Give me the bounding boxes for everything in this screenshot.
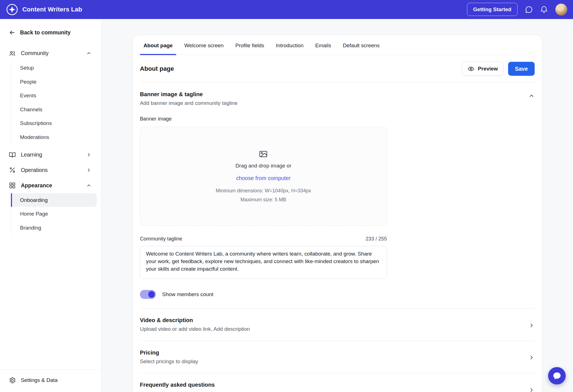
- banner-section-titles: Banner image & tagline Add banner image …: [140, 91, 238, 106]
- chevron-up-icon: [86, 183, 92, 188]
- page-title: About page: [140, 65, 174, 72]
- header-actions: Preview Save: [462, 62, 535, 76]
- learning-book-icon: [9, 151, 16, 159]
- tab-welcome-screen[interactable]: Welcome screen: [181, 42, 227, 55]
- community-icon: [9, 50, 16, 57]
- sidebar-item-settings-data[interactable]: Settings & Data: [0, 372, 101, 388]
- show-members-count-row: Show members count: [140, 290, 535, 299]
- video-description-row[interactable]: Video & description Upload video or add …: [140, 309, 535, 341]
- tab-emails[interactable]: Emails: [312, 42, 335, 55]
- chevron-right-icon: [528, 354, 535, 361]
- gear-icon: [9, 377, 16, 384]
- tagline-field-header: Community tagline 233 / 255: [140, 236, 387, 242]
- sidebar-item-setup[interactable]: Setup: [11, 61, 97, 75]
- section-subtitle: Add FAQs and answers: [140, 391, 215, 392]
- section-title: Frequently asked questions: [140, 382, 215, 388]
- body-row: Back to community Community: [0, 19, 573, 392]
- max-size-text: Maximum size: 5 MB: [241, 197, 286, 203]
- section-title: Video & description: [140, 317, 250, 323]
- community-tagline-input[interactable]: Welcome to Content Writers Lab, a commun…: [140, 246, 387, 279]
- faq-row[interactable]: Frequently asked questions Add FAQs and …: [140, 373, 535, 392]
- sidebar-nav: Community Setup People Events Channels S…: [0, 46, 101, 238]
- banner-tagline-section: Banner image & tagline Add banner image …: [140, 82, 535, 299]
- back-to-community-label: Back to community: [20, 29, 71, 36]
- chat-bubble-icon: [553, 371, 561, 380]
- sidebar-item-subscriptions[interactable]: Subscriptions: [11, 117, 97, 131]
- sidebar-item-home-page[interactable]: Home Page: [11, 207, 97, 221]
- banner-section-header[interactable]: Banner image & tagline Add banner image …: [140, 82, 535, 106]
- admin-sidebar: Back to community Community: [0, 19, 102, 392]
- sidebar-item-people[interactable]: People: [11, 75, 97, 89]
- appearance-subnav: Onboarding Home Page Branding: [11, 193, 97, 235]
- chevron-right-icon: [528, 322, 535, 329]
- toggle-knob: [148, 291, 155, 298]
- top-bar: Content Writers Lab Getting Started: [0, 0, 573, 19]
- tab-introduction[interactable]: Introduction: [272, 42, 307, 55]
- show-members-count-toggle[interactable]: [140, 290, 156, 299]
- tab-about-page[interactable]: About page: [140, 42, 176, 55]
- character-counter: 233 / 255: [366, 236, 387, 242]
- min-dimensions-text: Minimum dimensions: W=1040px, H=334px: [216, 188, 311, 194]
- settings-data-label: Settings & Data: [21, 377, 57, 383]
- sidebar-item-branding[interactable]: Branding: [11, 221, 97, 235]
- tab-bar: About page Welcome screen Profile fields…: [140, 35, 535, 55]
- image-placeholder-icon: [259, 149, 268, 159]
- drag-drop-text: Drag and drop image or: [235, 163, 291, 169]
- user-avatar[interactable]: [555, 4, 567, 15]
- app-title: Content Writers Lab: [22, 6, 82, 13]
- app-logo-icon: [6, 3, 18, 16]
- topbar-actions: Getting Started: [467, 3, 567, 16]
- section-subtitle: Select pricings to display: [140, 358, 198, 365]
- community-tagline-label: Community tagline: [140, 236, 182, 242]
- banner-image-label: Banner image: [140, 116, 535, 122]
- main-content: About page Welcome screen Profile fields…: [102, 19, 573, 392]
- sidebar-item-label: Learning: [21, 152, 42, 158]
- sidebar-item-moderations[interactable]: Moderations: [11, 130, 97, 144]
- section-title: Banner image & tagline: [140, 91, 238, 98]
- pricing-titles: Pricing Select pricings to display: [140, 350, 198, 365]
- page: Content Writers Lab Getting Started: [0, 0, 573, 392]
- pricing-row[interactable]: Pricing Select pricings to display: [140, 341, 535, 373]
- section-subtitle: Add banner image and community tagline: [140, 100, 238, 106]
- sidebar-item-appearance[interactable]: Appearance: [0, 178, 101, 193]
- sidebar-item-learning[interactable]: Learning: [0, 147, 101, 162]
- sidebar-item-onboarding[interactable]: Onboarding: [11, 193, 97, 207]
- page-header: About page Preview Save: [140, 55, 535, 82]
- show-members-count-label: Show members count: [162, 291, 213, 297]
- collapse-chevron-up-icon[interactable]: [528, 93, 535, 99]
- sidebar-item-label: Appearance: [21, 182, 52, 189]
- sidebar-item-channels[interactable]: Channels: [11, 103, 97, 117]
- sidebar-item-label: Community: [21, 50, 48, 56]
- settings-card: About page Welcome screen Profile fields…: [132, 35, 542, 392]
- back-to-community-link[interactable]: Back to community: [0, 29, 101, 36]
- sidebar-item-events[interactable]: Events: [11, 89, 97, 103]
- save-button[interactable]: Save: [508, 62, 535, 76]
- tab-default-screens[interactable]: Default screens: [339, 42, 383, 55]
- chevron-right-icon: [86, 152, 92, 158]
- section-subtitle: Upload video or add video link, Add desc…: [140, 326, 250, 332]
- preview-button[interactable]: Preview: [462, 62, 504, 76]
- chat-widget-button[interactable]: [548, 367, 566, 385]
- back-arrow-icon: [9, 29, 16, 36]
- banner-image-dropzone[interactable]: Drag and drop image or choose from compu…: [140, 127, 387, 226]
- sidebar-item-label: Operations: [21, 167, 48, 173]
- community-subnav: Setup People Events Channels Subscriptio…: [11, 61, 97, 144]
- choose-from-computer-link[interactable]: choose from computer: [236, 175, 291, 181]
- appearance-grid-icon: [9, 182, 16, 189]
- sidebar-item-operations[interactable]: Operations: [0, 162, 101, 178]
- sidebar-footer: Settings & Data: [0, 369, 101, 392]
- video-description-titles: Video & description Upload video or add …: [140, 317, 250, 332]
- messages-icon[interactable]: [525, 6, 533, 14]
- chevron-up-icon: [86, 50, 92, 56]
- brand: Content Writers Lab: [6, 3, 82, 16]
- notifications-bell-icon[interactable]: [540, 6, 548, 14]
- faq-titles: Frequently asked questions Add FAQs and …: [140, 382, 215, 392]
- getting-started-button[interactable]: Getting Started: [467, 3, 517, 16]
- tab-profile-fields[interactable]: Profile fields: [232, 42, 268, 55]
- section-title: Pricing: [140, 350, 198, 356]
- chevron-right-icon: [528, 387, 535, 392]
- eye-icon: [468, 65, 475, 72]
- operations-icon: [9, 166, 16, 174]
- chevron-right-icon: [86, 167, 92, 173]
- sidebar-item-community[interactable]: Community: [0, 46, 101, 61]
